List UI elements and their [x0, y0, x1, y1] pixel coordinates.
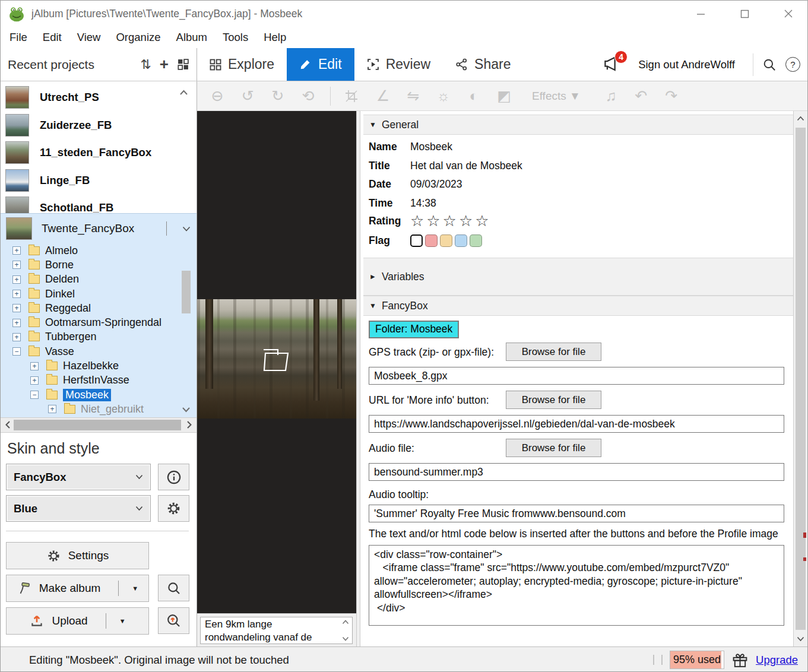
field-time-value[interactable]: 14:38 [410, 197, 436, 210]
scroll-down-icon[interactable] [797, 636, 804, 642]
expander-icon[interactable]: + [48, 405, 56, 413]
expander-icon[interactable]: + [12, 319, 21, 327]
flag-green[interactable] [470, 234, 482, 247]
notifications-button[interactable]: 4 [601, 54, 625, 75]
scroll-right-icon[interactable] [186, 420, 192, 429]
tree-item-delden[interactable]: +Delden [1, 272, 197, 287]
expander-icon[interactable]: − [30, 391, 39, 399]
expander-icon[interactable]: + [30, 376, 39, 385]
rotate-right-icon[interactable]: ↻ [270, 87, 286, 104]
upload-button[interactable]: Upload ▼ [6, 607, 149, 635]
music-icon[interactable]: ♫ [603, 87, 619, 104]
flag-yellow[interactable] [440, 234, 452, 247]
chevron-down-icon[interactable] [182, 226, 191, 232]
audio-browse-button[interactable]: Browse for file [506, 439, 601, 457]
field-date-value[interactable]: 09/03/2023 [410, 178, 462, 191]
refresh-icon[interactable]: ⟲ [300, 87, 316, 104]
contrast-icon[interactable]: ◐ [465, 87, 482, 104]
dropdown-caret-icon[interactable]: ▼ [119, 617, 126, 625]
audio-tooltip-input[interactable] [369, 505, 784, 522]
expander-icon[interactable]: + [12, 304, 21, 312]
tab-review[interactable]: Review [354, 48, 443, 81]
skin-select[interactable]: FancyBox [6, 464, 151, 490]
menu-tools[interactable]: Tools [215, 27, 256, 48]
tree-item-herfstinvasse[interactable]: +HerfstInVasse [1, 373, 197, 388]
tree-item-vasse[interactable]: −Vasse [1, 344, 197, 359]
sort-icon[interactable]: ⇅ [140, 57, 151, 72]
scroll-up-icon[interactable] [342, 620, 349, 625]
section-header-general[interactable]: ▼ General [363, 115, 793, 135]
help-icon[interactable]: ? [785, 57, 800, 72]
upgrade-link[interactable]: Upgrade [756, 654, 798, 667]
rating-stars[interactable]: ☆☆☆☆☆ [410, 213, 492, 229]
straighten-icon[interactable]: ∠ [375, 87, 391, 104]
recent-project-schotland[interactable]: Schotland_FB [1, 194, 197, 213]
make-album-button[interactable]: Make album ▼ [6, 575, 149, 602]
menu-album[interactable]: Album [169, 27, 215, 48]
crop-icon[interactable] [344, 89, 361, 103]
tab-explore[interactable]: Explore [197, 48, 287, 81]
gps-track-input[interactable] [369, 367, 784, 385]
audio-file-input[interactable] [369, 463, 784, 481]
scroll-up-icon[interactable] [179, 90, 188, 96]
menu-organize[interactable]: Organize [108, 27, 168, 48]
style-settings-button[interactable] [158, 495, 189, 522]
effects-dropdown[interactable]: Effects ▼ [532, 90, 581, 103]
tree-item-reggedal[interactable]: +Reggedal [1, 301, 197, 315]
expander-icon[interactable]: + [12, 290, 21, 298]
tree-item-niet-gebruikt[interactable]: +Niet_gebruikt [1, 402, 197, 416]
sign-out-link[interactable]: Sign out AndreWolff [638, 58, 735, 71]
recent-project-linge[interactable]: Linge_FB [1, 167, 197, 195]
menu-view[interactable]: View [69, 27, 109, 48]
rotate-left-icon[interactable]: ↺ [239, 87, 256, 104]
close-button[interactable] [780, 5, 797, 22]
tree-scrollbar-thumb[interactable] [182, 271, 191, 313]
dropdown-caret-icon[interactable]: ▼ [132, 585, 138, 592]
flip-icon[interactable]: ⇋ [405, 87, 422, 104]
html-code-textarea[interactable]: <div class="row-container"> <iframe clas… [369, 545, 784, 626]
scroll-down-icon[interactable] [182, 407, 191, 413]
tree-horizontal-scrollbar[interactable] [1, 417, 197, 433]
expander-icon[interactable]: + [12, 246, 21, 255]
tree-item-borne[interactable]: +Borne [1, 258, 197, 272]
scroll-down-icon[interactable] [342, 636, 349, 641]
search-icon[interactable] [762, 57, 777, 72]
tab-share[interactable]: Share [443, 48, 523, 81]
tree-project-row[interactable]: Twente_FancyBox [1, 214, 197, 243]
menu-file[interactable]: File [2, 27, 35, 48]
tree-item-mosbeek[interactable]: −Mosbeek [1, 388, 197, 402]
flag-white[interactable] [410, 234, 423, 247]
expander-icon[interactable]: + [30, 362, 39, 370]
image-canvas[interactable] [197, 111, 356, 613]
panel-scrollbar[interactable] [793, 111, 807, 646]
redo-icon[interactable]: ↷ [663, 87, 680, 104]
recent-project-utrecht[interactable]: Utrecht_PS [1, 84, 197, 112]
add-project-icon[interactable]: + [160, 55, 169, 74]
recent-project-11steden[interactable]: 11_steden_FancyBox [1, 139, 197, 167]
flag-blue[interactable] [455, 234, 467, 247]
expander-icon[interactable]: + [12, 275, 21, 284]
tree-item-ootmarsum[interactable]: +Ootmarsum-Springendal [1, 315, 197, 329]
url-browse-button[interactable]: Browse for file [506, 391, 601, 409]
skin-info-button[interactable] [158, 464, 189, 490]
scroll-left-icon[interactable] [5, 420, 11, 429]
exposure-icon[interactable]: ◩ [496, 87, 512, 104]
zoom-out-icon[interactable]: ⊖ [209, 87, 226, 104]
menu-edit[interactable]: Edit [35, 27, 69, 48]
more-info-url-input[interactable] [369, 415, 784, 433]
scroll-up-icon[interactable] [797, 116, 804, 121]
brightness-icon[interactable]: ☼ [435, 87, 452, 104]
caption-editor[interactable]: Een 9km lange rondwandeling vanaf de [200, 617, 353, 644]
minimize-button[interactable] [692, 5, 709, 22]
section-header-variables[interactable]: ► Variables [363, 258, 793, 296]
preview-album-button[interactable] [158, 575, 189, 601]
gift-icon[interactable] [731, 651, 749, 669]
field-title-value[interactable]: Het dal van de Mosbeek [410, 160, 522, 172]
field-name-value[interactable]: Mosbeek [410, 141, 452, 153]
scrollbar-thumb[interactable] [14, 420, 181, 430]
tab-edit[interactable]: Edit [287, 48, 354, 81]
scrollbar-thumb[interactable] [796, 128, 806, 630]
tree-item-dinkel[interactable]: +Dinkel [1, 287, 197, 301]
flag-red[interactable] [425, 234, 438, 247]
preview-upload-button[interactable] [158, 607, 189, 634]
